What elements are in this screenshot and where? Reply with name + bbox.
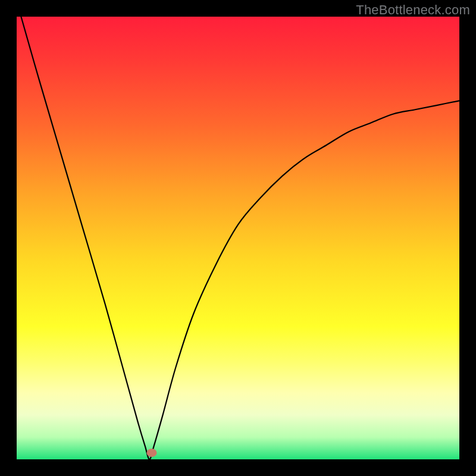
watermark-text: TheBottleneck.com [356,2,470,18]
curve-svg [17,17,459,459]
plot-area [17,17,459,459]
bottleneck-curve [21,17,459,459]
optimal-point-marker [146,449,156,457]
chart-frame: TheBottleneck.com [0,0,476,476]
